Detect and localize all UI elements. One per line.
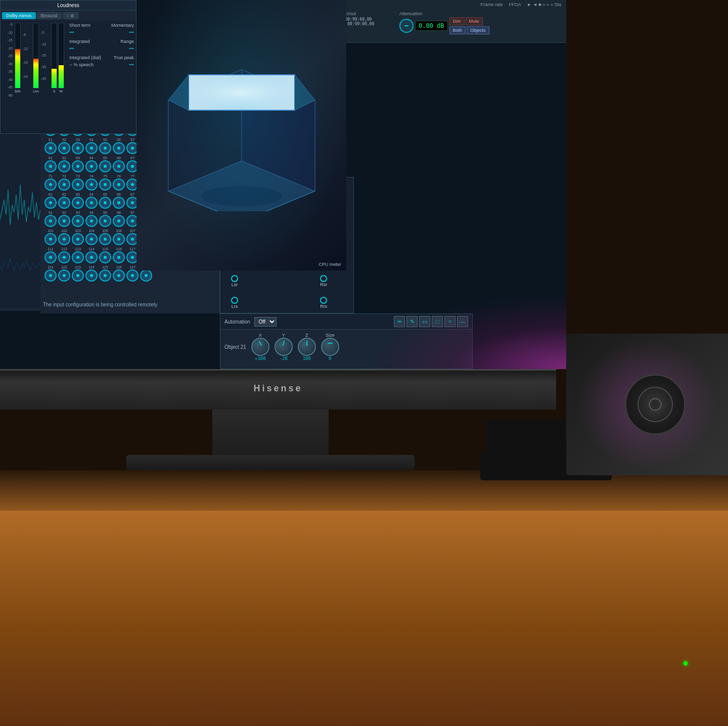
channel-num-82: 82 — [58, 193, 70, 196]
dim-btn[interactable]: Dim — [449, 17, 465, 25]
channel-btn-124[interactable] — [85, 269, 98, 282]
channel-btn-53[interactable] — [72, 142, 84, 154]
channel-num-123: 123 — [72, 265, 84, 269]
channel-btn-63[interactable] — [72, 160, 84, 172]
scale-neg20: -20 — [3, 47, 13, 50]
equals-icon[interactable]: = — [444, 316, 456, 327]
speaker-lrs-circle — [231, 297, 238, 304]
x-knob[interactable] — [251, 338, 269, 356]
channel-dot-75 — [104, 183, 107, 186]
channel-btn-51[interactable] — [44, 142, 57, 154]
channel-btn-113[interactable] — [72, 251, 84, 263]
channel-btn-55[interactable] — [99, 142, 111, 154]
channel-btn-66[interactable] — [113, 160, 125, 172]
size-knob[interactable] — [321, 338, 339, 356]
channel-btn-56[interactable] — [113, 142, 125, 154]
channel-btn-116[interactable] — [113, 251, 125, 263]
channel-btn-126[interactable] — [113, 269, 125, 282]
channel-btn-121[interactable] — [44, 269, 57, 282]
channel-btn-81[interactable] — [44, 197, 57, 209]
channel-btn-74[interactable] — [85, 178, 98, 191]
objects-btn[interactable]: Objects — [467, 26, 489, 34]
binaural-tab[interactable]: Binaural — [37, 12, 62, 19]
channel-btn-111[interactable] — [44, 251, 57, 263]
scale3-neg45: -45 — [41, 77, 49, 80]
z-knob[interactable] — [298, 338, 316, 356]
dash-icon[interactable]: — — [457, 316, 468, 327]
automation-off-select[interactable]: Off — [254, 317, 277, 327]
both-btn[interactable]: Both — [449, 26, 466, 34]
scale2-neg18: -18 — [23, 61, 31, 64]
lim-meter — [33, 23, 39, 88]
channel-dot-126 — [117, 274, 120, 277]
channel-btn-72[interactable] — [58, 178, 70, 191]
channel-btn-123[interactable] — [72, 269, 84, 282]
horizontal-scrollbar[interactable] — [0, 308, 40, 311]
channel-num-103: 103 — [72, 229, 84, 233]
channel-btn-64[interactable] — [85, 160, 98, 172]
extra-tab[interactable]: ○ ⊕ — [63, 12, 79, 19]
channel-btn-62[interactable] — [58, 160, 70, 172]
channel-btn-95[interactable] — [99, 215, 111, 227]
attenuation-knob[interactable] — [399, 19, 414, 33]
dolby-atmos-tab[interactable]: Dolby Atmos — [2, 12, 36, 19]
channel-btn-103[interactable] — [72, 233, 84, 245]
channel-btn-85[interactable] — [99, 197, 111, 209]
channel-btn-125[interactable] — [99, 269, 111, 282]
scale-neg30: -30 — [3, 62, 13, 66]
channel-btn-52[interactable] — [58, 142, 70, 154]
speaker-lsr-label: Lsr — [232, 282, 238, 287]
channel-btn-82[interactable] — [58, 197, 70, 209]
channel-btn-83[interactable] — [72, 197, 84, 209]
channel-btn-96[interactable] — [113, 215, 125, 227]
channel-btn-94[interactable] — [85, 215, 98, 227]
edit-icon[interactable]: ✎ — [406, 316, 418, 327]
channel-btn-106[interactable] — [113, 233, 125, 245]
channel-num-53: 53 — [72, 138, 84, 142]
channel-btn-105[interactable] — [99, 233, 111, 245]
channel-btn-91[interactable] — [44, 215, 57, 227]
channel-num-105: 105 — [99, 229, 111, 233]
rect-icon[interactable]: ▭ — [419, 316, 430, 327]
channel-btn-114[interactable] — [85, 251, 98, 263]
square-icon[interactable]: □ — [432, 316, 443, 327]
channel-btn-73[interactable] — [72, 178, 84, 191]
y-knob[interactable] — [275, 338, 293, 356]
s-label: S — [53, 89, 56, 93]
channel-btn-112[interactable] — [58, 251, 70, 263]
channel-dot-122 — [63, 274, 66, 277]
channel-btn-122[interactable] — [58, 269, 70, 282]
object-label: Object 21 — [224, 344, 246, 350]
channel-btn-92[interactable] — [58, 215, 70, 227]
channel-btn-115[interactable] — [99, 251, 111, 263]
channel-btn-61[interactable] — [44, 160, 57, 172]
speaker-rsr-label: Rsr — [320, 282, 327, 287]
m-label: M — [60, 89, 63, 93]
channel-btn-86[interactable] — [113, 197, 125, 209]
channel-btn-84[interactable] — [85, 197, 98, 209]
channel-dot-105 — [104, 238, 107, 241]
channel-btn-54[interactable] — [85, 142, 98, 154]
channel-num-124: 124 — [85, 265, 98, 269]
channel-btn-104[interactable] — [85, 233, 98, 245]
channel-btn-102[interactable] — [58, 233, 70, 245]
speaker-lsr-circle — [231, 275, 238, 282]
channel-btn-71[interactable] — [44, 178, 57, 191]
channel-btn-127[interactable] — [126, 269, 139, 282]
channel-dot-64 — [90, 165, 93, 168]
lim-label: LIm — [33, 89, 39, 93]
channel-dot-121 — [49, 274, 52, 277]
channel-num-112: 112 — [58, 247, 70, 251]
x-knob-group: X +100 — [251, 333, 269, 361]
channel-num-81: 81 — [44, 193, 57, 196]
pencil-icon[interactable]: ✏ — [394, 316, 405, 327]
channel-btn-65[interactable] — [99, 160, 111, 172]
channel-btn-93[interactable] — [72, 215, 84, 227]
channel-btn-75[interactable] — [99, 178, 111, 191]
channel-btn-76[interactable] — [113, 178, 125, 191]
mute-btn[interactable]: Mute — [466, 17, 483, 25]
channel-dot-93 — [76, 219, 79, 222]
channel-btn-128[interactable] — [140, 269, 152, 282]
channel-btn-101[interactable] — [44, 233, 57, 245]
channel-num-116: 116 — [113, 247, 125, 251]
